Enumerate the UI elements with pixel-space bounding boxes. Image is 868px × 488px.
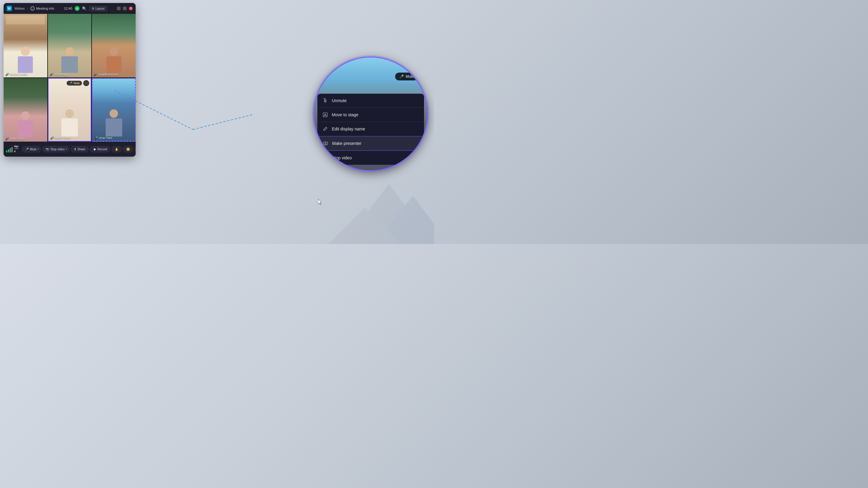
toolbar-center: 🎤 Mute ▾ 📷 Stop video ▾ ⬆ Share ⏺ Record…: [22, 145, 135, 153]
info-icon: i: [30, 6, 35, 10]
title-bar-center: 12:40 ● 🔍 ⊞ Layout: [64, 6, 107, 11]
edit-icon: [322, 126, 328, 132]
video-grid: 🎤 Clarissa Smith 🎤 Henry Riggs 🎤: [4, 14, 135, 141]
video-cell-isabelle: 🎤 Isabelle Brennan: [92, 14, 135, 77]
mute-label: Mute: [73, 82, 80, 85]
minimize-button[interactable]: [117, 7, 121, 10]
mic-icon: 🎤: [94, 73, 97, 76]
magnified-more-button[interactable]: ⋯: [421, 73, 428, 82]
webex-window: W Webex | i Meeting info 12:40 ● 🔍 ⊞ Lay…: [4, 3, 135, 157]
video-cell-umar: 🎤 Umar Patel: [92, 78, 135, 141]
hand-icon: ✋: [115, 148, 119, 151]
svg-line-6: [323, 98, 324, 99]
search-icon[interactable]: 🔍: [82, 6, 87, 11]
emoji-button[interactable]: 😊: [123, 146, 133, 153]
mic-mute-icon: 🎤: [69, 82, 72, 85]
mic-icon: 🎤: [399, 74, 404, 78]
mute-toolbar-button[interactable]: 🎤 Mute ▾: [22, 146, 41, 153]
more-options-marise[interactable]: ⋯: [83, 80, 89, 86]
record-icon: ⏺: [93, 148, 96, 151]
svg-rect-7: [323, 113, 327, 117]
video-cell-henry: 🎤 Henry Riggs: [48, 14, 92, 77]
recording-indicator: ●: [75, 6, 80, 11]
menu-item-make-presenter[interactable]: Make presenter: [317, 136, 424, 151]
menu-item-stop-video[interactable]: Stop video: [317, 151, 424, 165]
mic-icon: 🎤: [25, 148, 29, 151]
move-stage-icon: [322, 112, 328, 118]
unmute-icon: [322, 98, 328, 104]
meeting-info-label: Meeting info: [36, 7, 54, 10]
make-presenter-label: Make presenter: [332, 141, 361, 146]
maximize-button[interactable]: [123, 7, 127, 10]
cell-overlay-marise: 🎤 Mute ⋯: [67, 80, 89, 86]
video-icon: 📷: [45, 148, 49, 151]
mic-icon: 🎤: [5, 137, 9, 140]
title-bar-right: [117, 7, 133, 10]
svg-line-14: [323, 156, 327, 160]
title-bar-left: W Webex | i Meeting info: [7, 6, 54, 11]
participant-name-marise: 🎤 Marise Torres: [50, 136, 71, 139]
stop-video-button[interactable]: 📷 Stop video ▾: [42, 146, 69, 153]
unmute-label: Unmute: [332, 98, 347, 103]
webex-app-icon: W: [7, 6, 12, 11]
participant-name-henry: 🎤 Henry Riggs: [50, 73, 69, 76]
meeting-toolbar: 📷 ▾ 🎤 Mute ▾ 📷 Stop video ▾ ⬆ Share ⏺ Re…: [4, 141, 135, 157]
reactions-button[interactable]: ✋: [112, 146, 122, 153]
mute-button-marise[interactable]: 🎤 Mute: [67, 81, 82, 86]
record-button[interactable]: ⏺ Record: [90, 146, 110, 153]
svg-point-10: [325, 143, 326, 144]
menu-item-unmute[interactable]: Unmute: [317, 94, 424, 107]
menu-item-edit-name[interactable]: Edit display name: [317, 122, 424, 136]
mic-icon: 🎤: [94, 136, 98, 139]
time-display: 12:40: [64, 7, 72, 10]
signal-icon: [6, 146, 13, 153]
move-to-stage-label: Move to stage: [332, 112, 358, 117]
more-options-button[interactable]: ⋯: [134, 146, 135, 153]
svg-rect-9: [323, 142, 328, 144]
participant-name-clarissa: 🎤 Clarissa Smith: [5, 73, 27, 76]
title-bar: W Webex | i Meeting info 12:40 ● 🔍 ⊞ Lay…: [4, 3, 135, 14]
edit-display-name-label: Edit display name: [332, 127, 365, 131]
stop-video-label: Stop video: [332, 156, 352, 160]
video-cell-clarissa: 🎤 Clarissa Smith: [4, 14, 47, 77]
layout-button[interactable]: ⊞ Layout: [89, 6, 107, 11]
magnified-view: 🎤 Mute ⋯ Unmute: [313, 57, 428, 171]
participant-name-umar: 🎤 Umar Patel: [94, 136, 112, 139]
presenter-icon: [322, 140, 329, 147]
share-button[interactable]: ⬆ Share: [70, 146, 89, 153]
mouse-cursor: [318, 199, 324, 207]
menu-item-move-to-stage[interactable]: Move to stage: [317, 108, 424, 122]
video-cell-sofia: 🎤 Sofia Gomez: [4, 78, 47, 141]
stop-video-icon: [322, 155, 328, 161]
layout-label: Layout: [96, 7, 104, 10]
svg-point-8: [324, 114, 326, 115]
camera-button[interactable]: 📷 ▾: [14, 144, 19, 154]
close-button[interactable]: [129, 7, 133, 10]
layout-icon: ⊞: [92, 7, 94, 10]
toolbar-left: 📷 ▾: [6, 144, 19, 154]
participant-name-sofia: 🎤 Sofia Gomez: [5, 137, 25, 140]
meeting-info-tab[interactable]: i Meeting info: [30, 6, 54, 10]
emoji-icon: 😊: [126, 148, 130, 151]
video-cell-marise: 🎤 Mute ⋯ 🎤 Marise Torres: [48, 78, 92, 141]
share-icon: ⬆: [74, 148, 76, 151]
svg-line-4: [193, 115, 253, 130]
context-menu: Unmute Move to stage Edit display name: [317, 94, 424, 165]
magnified-mute-button[interactable]: 🎤 Mute: [395, 73, 418, 80]
video-arrow: ▾: [66, 148, 67, 150]
mic-icon: 🎤: [50, 73, 53, 76]
participant-name-isabelle: 🎤 Isabelle Brennan: [94, 73, 119, 76]
title-separator: |: [27, 7, 28, 10]
mic-icon: 🎤: [5, 73, 9, 76]
mic-icon: 🎤: [50, 136, 54, 139]
app-name: Webex: [14, 7, 25, 10]
mute-arrow: ▾: [38, 148, 39, 150]
